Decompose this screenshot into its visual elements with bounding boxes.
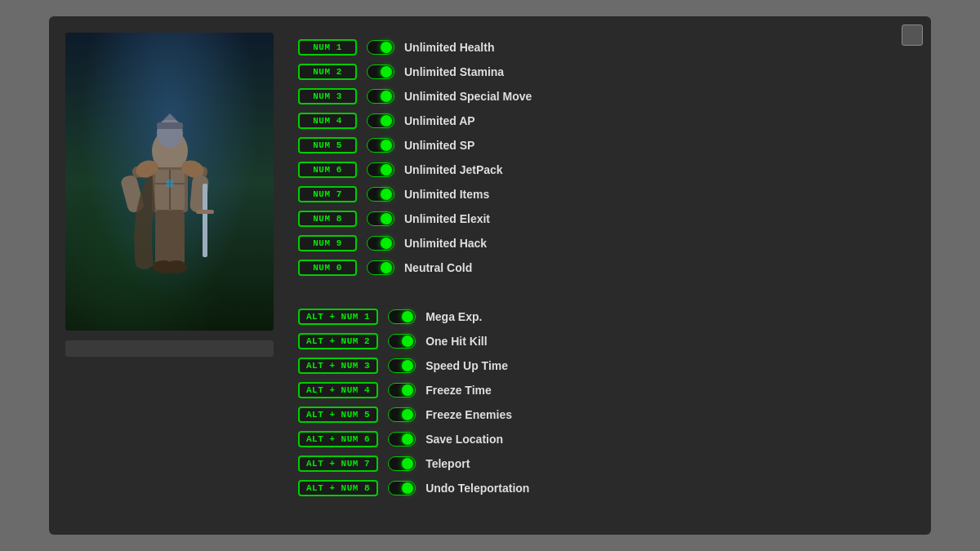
cheat-row: NUM 5Unlimited SP: [298, 135, 915, 156]
svg-rect-12: [203, 184, 207, 257]
key-badge[interactable]: NUM 6: [298, 162, 357, 178]
key-badge[interactable]: NUM 4: [298, 113, 357, 129]
cheat-row: ALT + NUM 1Mega Exp.: [298, 306, 915, 327]
toggle-switch[interactable]: [367, 260, 394, 275]
cheat-row: NUM 4Unlimited AP: [298, 110, 915, 131]
toggle-switch[interactable]: [388, 456, 416, 471]
cheat-row: ALT + NUM 5Freeze Enemies: [298, 404, 915, 425]
toggle-switch[interactable]: [367, 89, 394, 104]
key-badge[interactable]: NUM 1: [298, 39, 357, 56]
svg-rect-2: [157, 122, 183, 129]
cheat-row: NUM 6Unlimited JetPack: [298, 159, 915, 180]
cheat-row: ALT + NUM 7Teleport: [298, 453, 915, 474]
left-panel: [65, 33, 274, 518]
toggle-switch[interactable]: [388, 407, 416, 422]
trainer-modal: NUM 1Unlimited HealthNUM 2Unlimited Stam…: [49, 16, 931, 535]
key-badge[interactable]: NUM 3: [298, 88, 357, 104]
cheat-label: Neutral Cold: [404, 261, 472, 274]
toggle-switch[interactable]: [367, 162, 394, 177]
toggle-switch[interactable]: [367, 236, 394, 251]
toggle-switch[interactable]: [388, 309, 416, 324]
cheat-row: ALT + NUM 3Speed Up Time: [298, 355, 915, 376]
game-cover-image: [65, 33, 274, 331]
cheat-label: Unlimited Health: [404, 41, 494, 54]
cheat-label: Freeze Time: [425, 384, 492, 397]
toggle-switch[interactable]: [367, 64, 394, 79]
cheat-row: NUM 3Unlimited Special Move: [298, 86, 915, 107]
svg-marker-3: [163, 113, 176, 120]
svg-point-17: [166, 260, 187, 273]
alt-cheats-section: ALT + NUM 1Mega Exp.ALT + NUM 2One Hit K…: [298, 306, 915, 499]
cheat-label: Unlimited JetPack: [404, 163, 503, 176]
key-badge[interactable]: ALT + NUM 5: [298, 407, 378, 423]
toggle-switch[interactable]: [388, 383, 416, 398]
warrior-figure: [96, 102, 243, 331]
toggle-switch[interactable]: [367, 138, 394, 153]
key-badge[interactable]: NUM 0: [298, 260, 357, 276]
key-badge[interactable]: ALT + NUM 2: [298, 333, 378, 349]
cheat-row: NUM 2Unlimited Stamina: [298, 61, 915, 82]
cheat-label: Unlimited Hack: [404, 237, 487, 250]
key-badge[interactable]: NUM 7: [298, 186, 357, 202]
cheat-label: Speed Up Time: [425, 359, 508, 372]
cheat-label: Unlimited Items: [404, 188, 489, 201]
cheat-label: Unlimited Elexit: [404, 212, 490, 225]
key-badge[interactable]: ALT + NUM 3: [298, 358, 378, 374]
key-badge[interactable]: ALT + NUM 8: [298, 480, 378, 496]
cheat-label: Save Location: [425, 433, 503, 446]
cheat-row: NUM 0Neutral Cold: [298, 257, 915, 278]
key-badge[interactable]: NUM 8: [298, 211, 357, 227]
svg-rect-13: [196, 210, 214, 214]
cheat-label: Unlimited AP: [404, 114, 475, 127]
cheat-label: Freeze Enemies: [425, 408, 512, 421]
cheat-row: ALT + NUM 8Undo Teleportation: [298, 478, 915, 499]
toggle-switch[interactable]: [388, 334, 416, 349]
cheat-label: Unlimited Stamina: [404, 65, 504, 78]
num-cheats-section: NUM 1Unlimited HealthNUM 2Unlimited Stam…: [298, 37, 915, 278]
toggle-switch[interactable]: [367, 211, 394, 226]
toggle-switch[interactable]: [367, 187, 394, 202]
cheat-row: ALT + NUM 2One Hit Kill: [298, 331, 915, 352]
toggle-switch[interactable]: [388, 481, 416, 495]
key-badge[interactable]: NUM 5: [298, 137, 357, 153]
key-badge[interactable]: ALT + NUM 1: [298, 309, 378, 325]
cheat-label: Unlimited Special Move: [404, 90, 532, 103]
cheat-label: Teleport: [425, 457, 470, 470]
key-badge[interactable]: NUM 9: [298, 235, 357, 251]
cheat-label: Unlimited SP: [404, 139, 474, 152]
toggle-switch[interactable]: [388, 432, 416, 447]
cheat-label: Undo Teleportation: [425, 482, 529, 495]
cheat-row: NUM 8Unlimited Elexit: [298, 208, 915, 229]
key-badge[interactable]: ALT + NUM 4: [298, 382, 378, 398]
right-panel: NUM 1Unlimited HealthNUM 2Unlimited Stam…: [298, 33, 915, 518]
key-badge[interactable]: ALT + NUM 6: [298, 431, 378, 447]
toggle-switch[interactable]: [367, 113, 394, 128]
cheat-label: One Hit Kill: [425, 335, 487, 348]
cheat-row: NUM 7Unlimited Items: [298, 184, 915, 205]
cheat-row: NUM 9Unlimited Hack: [298, 233, 915, 254]
cheat-row: ALT + NUM 4Freeze Time: [298, 380, 915, 401]
key-badge[interactable]: ALT + NUM 7: [298, 455, 378, 472]
cheat-row: NUM 1Unlimited Health: [298, 37, 915, 58]
toggle-switch[interactable]: [388, 358, 416, 373]
close-button[interactable]: [902, 24, 923, 46]
trainer-label: [65, 340, 274, 357]
cheat-label: Mega Exp.: [425, 310, 482, 323]
toggle-switch[interactable]: [367, 40, 394, 55]
cheat-row: ALT + NUM 6Save Location: [298, 429, 915, 450]
key-badge[interactable]: NUM 2: [298, 64, 357, 80]
svg-point-20: [166, 180, 174, 188]
svg-rect-15: [168, 210, 185, 267]
